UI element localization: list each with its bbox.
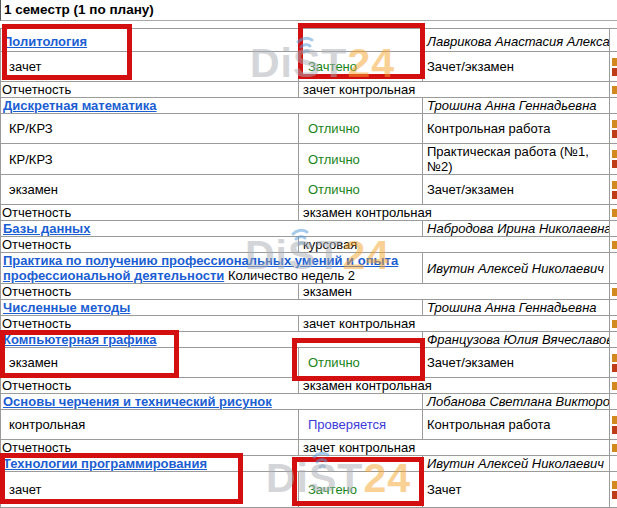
table-row: зачетЗачтеноЗачет xyxy=(1,472,617,508)
control-kind-cell: Зачет/экзамен xyxy=(423,52,610,82)
grade-value: Отлично xyxy=(299,348,423,378)
clipped-text-sliver xyxy=(612,86,617,94)
table-row: экзаменОтличноЗачет/экзамен xyxy=(1,348,617,378)
table-row: КР/КРЗОтличноКонтрольная работа xyxy=(1,114,617,144)
table-row: КР/КРЗОтличноПрактическая работа (№1, №2… xyxy=(1,144,617,175)
table-row: Компьютерная графикаФранцузова Юлия Вяче… xyxy=(1,332,617,348)
report-value: экзамен контрольная xyxy=(299,205,610,221)
grade-value: Отлично xyxy=(299,144,423,175)
clipped-edge-cell xyxy=(610,300,617,316)
clipped-edge-cell xyxy=(610,348,617,378)
table-row: зачетЗачтеноЗачет/экзамен xyxy=(1,52,617,82)
control-kind-cell: Зачет xyxy=(423,472,610,508)
table-row: Отчетностьэкзамен xyxy=(1,284,617,300)
clipped-edge-cell xyxy=(610,284,617,300)
clipped-text-sliver xyxy=(612,364,617,372)
subject-link[interactable]: Численные методы xyxy=(3,300,130,315)
control-type-cell: зачет xyxy=(1,472,299,508)
grade-value: Зачтено xyxy=(299,52,423,82)
control-type-cell: КР/КРЗ xyxy=(1,144,299,175)
control-type-cell: зачет xyxy=(1,52,299,82)
control-type-cell: контрольная xyxy=(1,410,299,440)
clipped-edge-cell xyxy=(610,52,617,82)
page-title: 1 семестр (1 по плану) xyxy=(0,0,617,21)
clipped-edge-cell xyxy=(610,82,617,98)
subject-cell: Дискретная математика xyxy=(1,98,423,114)
table-row: Численные методыТрошина Анна Геннадьевна xyxy=(1,300,617,316)
report-label: Отчетность xyxy=(1,205,299,221)
clipped-edge-cell xyxy=(610,394,617,410)
clipped-text-sliver xyxy=(612,160,617,168)
clipped-edge-cell xyxy=(610,205,617,221)
control-type-cell: экзамен xyxy=(1,348,299,378)
subject-cell: Базы данных xyxy=(1,221,423,237)
clipped-edge-cell xyxy=(610,456,617,472)
report-value: экзамен xyxy=(299,284,610,300)
subject-cell: Численные методы xyxy=(1,300,423,316)
teacher-name: Французова Юлия Вячеславов xyxy=(423,332,610,348)
table-row: Базы данныхНабродова Ирина Николаевна xyxy=(1,221,617,237)
subject-cell: Политология xyxy=(1,29,423,52)
control-kind-cell: Зачет/экзамен xyxy=(423,348,610,378)
table-row: Дискретная математикаТрошина Анна Геннад… xyxy=(1,98,617,114)
table-row: Отчетностьэкзамен контрольная xyxy=(1,205,617,221)
clipped-text-sliver xyxy=(612,209,617,217)
report-value: экзамен контрольная xyxy=(299,378,610,394)
subject-link[interactable]: Базы данных xyxy=(3,221,90,236)
clipped-edge-cell xyxy=(610,332,617,348)
report-value: зачет контрольная xyxy=(299,82,610,98)
clipped-text-sliver xyxy=(612,416,617,424)
report-label: Отчетность xyxy=(1,440,299,456)
clipped-text-sliver xyxy=(612,150,617,158)
report-label: Отчетность xyxy=(1,237,299,253)
control-kind-cell: Контрольная работа xyxy=(423,114,610,144)
subject-link[interactable]: Политология xyxy=(3,34,87,49)
clipped-edge-cell xyxy=(610,114,617,144)
clipped-edge-cell xyxy=(610,237,617,253)
teacher-name: Трошина Анна Геннадьевна xyxy=(423,300,610,316)
subject-suffix-text: Количество недель 2 xyxy=(228,268,355,283)
clipped-edge-cell xyxy=(610,410,617,440)
grade-value: Зачтено xyxy=(299,472,423,508)
table-row: экзаменОтличноЗачет/экзамен xyxy=(1,175,617,205)
clipped-text-sliver xyxy=(612,241,617,249)
control-type-cell: КР/КРЗ xyxy=(1,114,299,144)
clipped-text-sliver xyxy=(612,130,617,138)
table-row: Отчетностькурсовая xyxy=(1,237,617,253)
clipped-text-sliver xyxy=(612,288,617,296)
subject-link[interactable]: Основы черчения и технический рисунок xyxy=(3,394,272,409)
table-row: Практика по получению профессиональных у… xyxy=(1,253,617,284)
subject-cell: Технологии программирования xyxy=(1,456,423,472)
semester-grades-page: 1 семестр (1 по плану) ПолитологияЛаврик… xyxy=(0,0,617,508)
clipped-edge-cell xyxy=(610,98,617,114)
grade-value: Отлично xyxy=(299,175,423,205)
table-row: Отчетностьзачет контрольная xyxy=(1,440,617,456)
clipped-edge-cell xyxy=(610,144,617,175)
subject-link[interactable]: Технологии программирования xyxy=(3,456,207,471)
control-kind-cell: Зачет/экзамен xyxy=(423,175,610,205)
table-row: Основы черчения и технический рисунокЛоб… xyxy=(1,394,617,410)
report-label: Отчетность xyxy=(1,316,299,332)
report-value: зачет контрольная xyxy=(299,316,610,332)
grade-value: Проверяется xyxy=(299,410,423,440)
clipped-edge-cell xyxy=(610,440,617,456)
table-row: Отчетностьэкзамен контрольная xyxy=(1,378,617,394)
clipped-text-sliver xyxy=(612,320,617,328)
report-value: зачет контрольная xyxy=(299,440,610,456)
clipped-text-sliver xyxy=(612,120,617,128)
teacher-name: Трошина Анна Геннадьевна xyxy=(423,98,610,114)
subject-link[interactable]: Компьютерная графика xyxy=(3,332,156,347)
subject-link[interactable]: Дискретная математика xyxy=(3,98,157,113)
control-kind-cell: Практическая работа (№1, №2) xyxy=(423,144,610,175)
clipped-text-sliver xyxy=(612,58,617,66)
teacher-name: Набродова Ирина Николаевна xyxy=(423,221,610,237)
clipped-text-sliver xyxy=(612,426,617,434)
grade-value: Отлично xyxy=(299,114,423,144)
report-value: курсовая xyxy=(299,237,610,253)
table-row: ПолитологияЛаврикова Анастасия Алекса xyxy=(1,29,617,52)
subject-cell: Основы черчения и технический рисунок xyxy=(1,394,423,410)
teacher-name: Лаврикова Анастасия Алекса xyxy=(423,29,610,52)
clipped-text-sliver xyxy=(612,491,617,499)
teacher-name: Ивутин Алексей Николаевич xyxy=(423,456,610,472)
report-label: Отчетность xyxy=(1,82,299,98)
